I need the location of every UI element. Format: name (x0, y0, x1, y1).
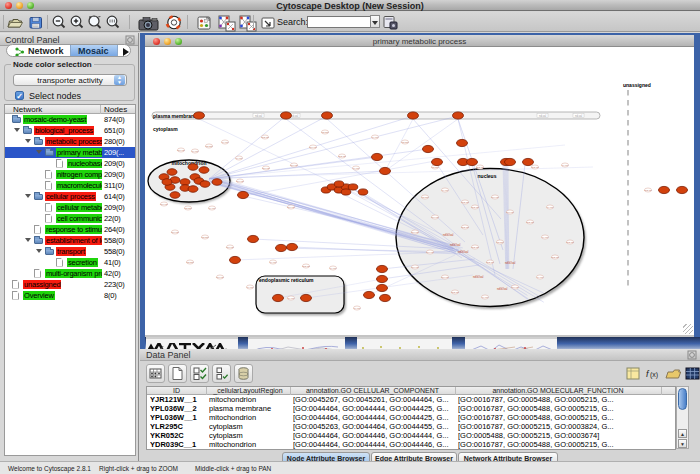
svg-text:nd-set: nd-set (202, 236, 209, 239)
svg-text:mx-val: mx-val (511, 286, 519, 289)
svg-text:cy-val: cy-val (236, 157, 243, 160)
svg-text:cy-val: cy-val (372, 136, 379, 139)
svg-text:cy-val: cy-val (542, 236, 549, 239)
svg-text:GO-nd: GO-nd (471, 246, 479, 249)
svg-text:(x): (x) (650, 371, 658, 379)
svg-text:ndGOval: ndGOval (443, 233, 454, 237)
svg-text:mx-val: mx-val (226, 246, 234, 249)
svg-text:cy-val: cy-val (247, 286, 254, 289)
svg-text:nd-set: nd-set (206, 145, 213, 148)
svg-text:GO-nd: GO-nd (471, 206, 479, 209)
svg-text:mx-val: mx-val (411, 231, 419, 234)
svg-text:cy-val: cy-val (288, 297, 295, 300)
svg-text:nucleus: nucleus (478, 173, 497, 179)
svg-text:mx-val: mx-val (426, 251, 434, 254)
svg-text:mx-val: mx-val (491, 196, 499, 199)
svg-text:GO-nd: GO-nd (476, 166, 484, 169)
svg-text:mx-val: mx-val (236, 180, 244, 183)
svg-text:mx-val: mx-val (411, 266, 419, 269)
svg-text:GO-nd: GO-nd (566, 241, 574, 244)
svg-text:unassigned: unassigned (623, 82, 651, 88)
svg-text:GO-nd: GO-nd (302, 265, 310, 268)
svg-text:ndGOval: ndGOval (505, 261, 516, 265)
svg-text:cy-val: cy-val (442, 189, 449, 192)
svg-text:nd-set: nd-set (402, 141, 409, 144)
svg-text:plasma membrane: plasma membrane (153, 113, 197, 119)
svg-text:cy-val: cy-val (222, 141, 229, 144)
svg-text:mx-val: mx-val (441, 276, 449, 279)
svg-text:mx-val: mx-val (177, 149, 185, 152)
svg-text:mx-val: mx-val (171, 231, 179, 234)
svg-text:mx-val: mx-val (160, 203, 168, 206)
svg-text:ndGOval: ndGOval (497, 287, 508, 291)
svg-text:nd-val: nd-val (255, 114, 262, 118)
svg-text:cy-val: cy-val (537, 276, 544, 279)
svg-text:cy-val: cy-val (354, 307, 361, 310)
svg-text:mx-val: mx-val (287, 206, 295, 209)
svg-text:nd-set: nd-set (185, 207, 192, 210)
svg-text:cy-val: cy-val (562, 164, 569, 167)
svg-text:cy-val: cy-val (330, 267, 337, 270)
svg-text:nd-set: nd-set (187, 261, 194, 264)
svg-text:nd-set: nd-set (432, 166, 439, 169)
svg-text:GO-nd: GO-nd (526, 221, 534, 224)
svg-text:cy-val: cy-val (209, 207, 216, 210)
svg-text:cy-val: cy-val (192, 150, 199, 153)
svg-text:nd-val: nd-val (539, 114, 546, 118)
svg-text:GO-nd: GO-nd (486, 261, 494, 264)
svg-text:GO-nd: GO-nd (261, 136, 269, 139)
svg-text:cytoplasm: cytoplasm (153, 126, 178, 132)
svg-text:nd-set: nd-set (322, 131, 329, 134)
svg-text:ndGOval: ndGOval (450, 243, 461, 247)
svg-text:ndGOval: ndGOval (458, 250, 469, 254)
svg-text:endoplasmic reticulum: endoplasmic reticulum (259, 277, 314, 283)
svg-text:ndGOval: ndGOval (473, 275, 484, 279)
svg-text:nd-val: nd-val (575, 114, 582, 118)
svg-text:cy-val: cy-val (270, 261, 277, 264)
svg-text:GO-nd: GO-nd (531, 166, 539, 169)
svg-text:mx-val: mx-val (290, 164, 298, 167)
svg-text:mx-val: mx-val (309, 146, 317, 149)
svg-text:cy-val: cy-val (482, 296, 489, 299)
svg-text:GO-nd: GO-nd (461, 201, 469, 204)
svg-text:cy-val: cy-val (547, 206, 554, 209)
svg-text:GO-nd: GO-nd (338, 155, 346, 158)
svg-text:GO-nd: GO-nd (461, 226, 469, 229)
svg-text:GO-nd: GO-nd (644, 189, 652, 192)
svg-text:mx-val: mx-val (262, 167, 270, 170)
svg-text:mx-val: mx-val (431, 216, 439, 219)
svg-text:nd-val: nd-val (291, 114, 298, 118)
svg-text:mx-val: mx-val (216, 276, 224, 279)
svg-text:GO-nd: GO-nd (551, 256, 559, 259)
svg-text:mx-val: mx-val (506, 211, 514, 214)
svg-text:nd-set: nd-set (497, 241, 504, 244)
svg-text:nd-set: nd-set (422, 196, 429, 199)
svg-text:GO-nd: GO-nd (451, 291, 459, 294)
svg-text:cy-val: cy-val (353, 167, 360, 170)
